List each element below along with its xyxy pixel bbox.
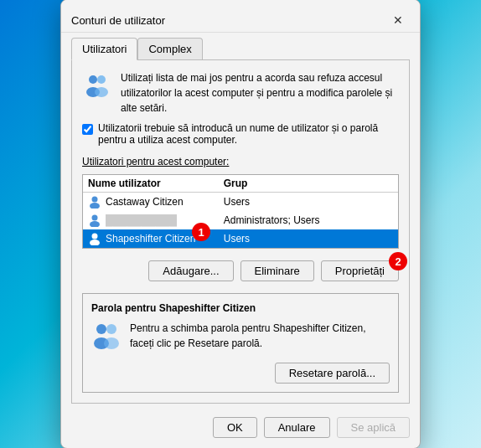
table-row[interactable]: Shapeshifter Citizen Users 1 (83, 229, 398, 248)
info-row: Utilizați lista de mai jos pentru a acor… (82, 70, 399, 116)
svg-point-9 (90, 239, 100, 245)
table-row[interactable]: Castaway Citizen Users (83, 193, 398, 211)
add-button[interactable]: Adăugare... (148, 260, 233, 281)
apply-button: Se aplică (337, 417, 410, 438)
ok-button[interactable]: OK (213, 417, 257, 438)
col-header-name: Nume utilizator (88, 178, 224, 189)
close-button[interactable]: ✕ (386, 8, 410, 32)
tab-content: Utilizați lista de mai jos pentru a acor… (71, 59, 410, 404)
svg-point-7 (90, 221, 100, 227)
svg-point-12 (106, 324, 116, 334)
user-row-icon (88, 195, 101, 209)
password-user-icon (91, 321, 122, 351)
table-row[interactable]: ██████████ Administrators; Users (83, 211, 398, 229)
properties-button[interactable]: Proprietăți (321, 260, 399, 281)
svg-point-6 (92, 215, 98, 221)
svg-point-3 (95, 87, 108, 97)
user-row-icon (88, 232, 101, 245)
svg-point-8 (92, 234, 98, 239)
table-buttons: Adăugare... Eliminare Proprietăți 2 (82, 260, 399, 281)
checkbox-row: Utilizatorii trebuie să introducă un num… (82, 122, 399, 146)
cell-name: Castaway Citizen (88, 195, 224, 209)
dialog-footer: OK Anulare Se aplică (61, 410, 420, 448)
svg-point-4 (92, 197, 98, 203)
user-row-icon (88, 214, 101, 227)
info-text: Utilizați lista de mai jos pentru a acor… (121, 70, 399, 116)
checkbox-label: Utilizatorii trebuie să introducă un num… (98, 122, 399, 146)
dialog: Conturi de utilizator ✕ Utilizatori Comp… (60, 0, 421, 448)
tab-complex[interactable]: Complex (137, 38, 202, 59)
col-header-group: Grup (224, 178, 393, 189)
tab-bar: Utilizatori Complex (61, 33, 420, 59)
cancel-button[interactable]: Anulare (264, 417, 330, 438)
password-text: Pentru a schimba parola pentru Shapeshif… (130, 321, 390, 351)
password-section-title: Parola pentru Shapeshifter Citizen (91, 302, 390, 314)
svg-point-0 (89, 75, 97, 84)
badge-2: 2 (389, 252, 407, 270)
title-bar: Conturi de utilizator ✕ (61, 0, 420, 33)
cell-group: Users (224, 196, 393, 208)
remove-button[interactable]: Eliminare (240, 260, 314, 281)
svg-point-13 (104, 337, 119, 349)
dialog-title: Conturi de utilizator (71, 14, 165, 27)
reset-btn-row: Resetare parolă... (130, 363, 390, 384)
require-login-checkbox[interactable] (82, 124, 93, 135)
badge-1: 1 (192, 223, 210, 241)
users-table: Nume utilizator Grup Castaway Citizen Us… (82, 174, 399, 249)
password-section: Parola pentru Shapeshifter Citizen Pentr… (82, 293, 399, 393)
users-icon (82, 70, 112, 100)
svg-point-10 (96, 324, 106, 334)
svg-point-5 (90, 203, 100, 209)
section-label: Utilizatori pentru acest computer: (82, 156, 399, 167)
cell-group: Users (224, 233, 393, 245)
reset-password-button[interactable]: Resetare parolă... (275, 363, 390, 384)
cell-group: Administrators; Users (224, 214, 393, 226)
table-header: Nume utilizator Grup (83, 175, 398, 193)
tab-utilizatori[interactable]: Utilizatori (71, 38, 137, 60)
password-box-inner: Pentru a schimba parola pentru Shapeshif… (91, 321, 390, 384)
svg-point-2 (97, 75, 106, 84)
